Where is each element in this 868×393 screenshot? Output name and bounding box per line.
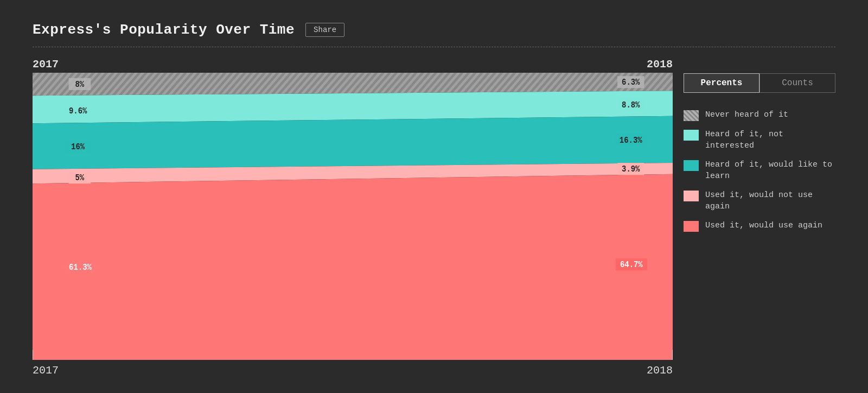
label-2017-heard-learn: 16% xyxy=(71,143,85,153)
page-title: Express's Popularity Over Time xyxy=(33,22,295,38)
label-2018-used-not: 3.9% xyxy=(622,164,640,174)
year-labels-top: 2017 2018 xyxy=(33,58,673,71)
label-2017-used-again: 61.3% xyxy=(69,263,92,272)
right-panel: Percents Counts Never heard of it Heard … xyxy=(684,58,835,377)
legend-color-heard-not-interested xyxy=(684,130,699,141)
chart-svg-container: 8% 9.6% 16% 5% 61.3% 6.3 xyxy=(33,73,673,360)
legend-label-never-heard: Never heard of it xyxy=(705,109,788,121)
legend-color-used-would-use xyxy=(684,221,699,232)
label-2018-heard-not: 8.8% xyxy=(622,100,640,110)
chart-area: 2017 2018 xyxy=(33,58,835,377)
label-2017-used-not: 5% xyxy=(75,173,85,183)
label-2017-heard-not: 9.6% xyxy=(69,106,87,116)
chart-main: 2017 2018 xyxy=(33,58,673,377)
legend: Never heard of it Heard of it, not inter… xyxy=(684,109,835,232)
label-2018-never: 6.3% xyxy=(622,78,640,87)
legend-color-heard-would-learn xyxy=(684,160,699,171)
legend-label-used-would-not: Used it, would not use again xyxy=(705,189,835,212)
legend-color-never-heard xyxy=(684,110,699,121)
legend-label-heard-not-interested: Heard of it, not interested xyxy=(705,129,835,151)
year-end-bottom: 2018 xyxy=(647,364,673,377)
legend-item-used-would-use: Used it, would use again xyxy=(684,220,835,232)
divider xyxy=(33,47,835,47)
label-2017-never: 8% xyxy=(75,80,85,90)
chart-svg: 8% 9.6% 16% 5% 61.3% 6.3 xyxy=(33,73,673,360)
segment-heard-would-learn xyxy=(33,116,673,169)
tab-percents[interactable]: Percents xyxy=(684,73,760,93)
legend-item-used-would-not: Used it, would not use again xyxy=(684,189,835,212)
year-start-top: 2017 xyxy=(33,58,59,71)
label-2018-used-again: 64.7% xyxy=(620,260,643,270)
legend-item-heard-would-learn: Heard of it, would like to learn xyxy=(684,159,835,182)
year-end-top: 2018 xyxy=(647,58,673,71)
page-container: Express's Popularity Over Time Share 201… xyxy=(0,0,868,393)
view-tabs: Percents Counts xyxy=(684,73,835,93)
share-button[interactable]: Share xyxy=(305,23,344,37)
legend-label-heard-would-learn: Heard of it, would like to learn xyxy=(705,159,835,182)
header: Express's Popularity Over Time Share xyxy=(33,22,835,38)
year-labels-bottom: 2017 2018 xyxy=(33,364,673,377)
label-2018-heard-learn: 16.3% xyxy=(620,136,643,145)
legend-item-never-heard: Never heard of it xyxy=(684,109,835,121)
legend-item-heard-not-interested: Heard of it, not interested xyxy=(684,129,835,151)
legend-label-used-would-use: Used it, would use again xyxy=(705,220,822,231)
segment-used-would-use xyxy=(33,174,673,360)
year-start-bottom: 2017 xyxy=(33,364,59,377)
legend-color-used-would-not xyxy=(684,191,699,201)
tab-counts[interactable]: Counts xyxy=(760,73,835,93)
